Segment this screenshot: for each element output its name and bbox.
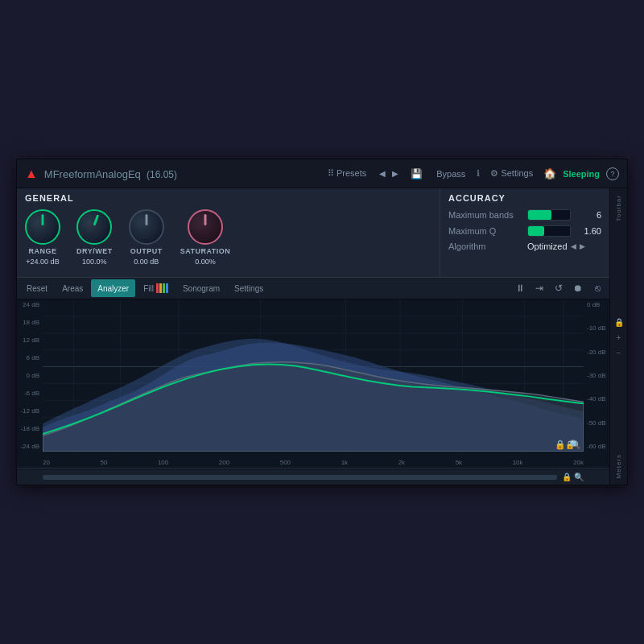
freq-zoom-bar: 🔒 🔍 bbox=[17, 469, 609, 485]
max-bands-label: Maximum bands bbox=[448, 210, 521, 220]
max-bands-bar bbox=[528, 210, 551, 220]
range-knob-group: RANGE +24.00 dB bbox=[25, 209, 60, 266]
drywet-knob-group: DRY/WET 100.0% bbox=[76, 209, 113, 266]
sleeping-label: Sleeping bbox=[563, 169, 600, 179]
output-label: OUTPUT bbox=[130, 247, 163, 255]
lock-icon[interactable]: 🔒 bbox=[555, 440, 566, 450]
db-labels-left: 24 dB 18 dB 12 dB 6 dB 0 dB -6 dB -12 dB… bbox=[17, 299, 43, 452]
algorithm-nav: Optimized ◀ ▶ bbox=[527, 242, 585, 251]
freq-scrollbar[interactable] bbox=[43, 475, 557, 480]
algorithm-row: Algorithm Optimized ◀ ▶ bbox=[448, 242, 601, 251]
knobs-row: RANGE +24.00 dB DRY/WET 100.0% OUTPU bbox=[25, 209, 431, 272]
undo-button[interactable]: ↺ bbox=[550, 279, 568, 297]
max-q-value: 1.60 bbox=[577, 226, 601, 236]
plugin-title: MFreeformAnalogEq (16.05) bbox=[44, 167, 317, 180]
side-lock-icon[interactable]: 🔒 bbox=[613, 316, 625, 328]
save-preset-icon[interactable]: 💾 bbox=[407, 165, 425, 183]
eq-settings-button[interactable]: Settings bbox=[228, 279, 270, 297]
general-title: GENERAL bbox=[25, 193, 431, 203]
algorithm-next-button[interactable]: ▶ bbox=[580, 242, 585, 250]
prev-preset-button[interactable]: ◀ bbox=[377, 168, 388, 179]
side-zoom-out-icon[interactable]: − bbox=[615, 347, 623, 359]
general-section: GENERAL RANGE +24.00 dB DRY/WET 100.0% bbox=[17, 188, 440, 277]
accuracy-section: ACCURACY Maximum bands 6 Maximum Q bbox=[440, 188, 609, 277]
saturation-value: 0.00% bbox=[195, 258, 216, 266]
plugin-window: ▲ MFreeformAnalogEq (16.05) ⠿ Presets ◀ … bbox=[16, 159, 628, 485]
saturation-label: SATURATION bbox=[180, 247, 231, 255]
drywet-value: 100.0% bbox=[82, 258, 107, 266]
help-button[interactable]: ? bbox=[606, 167, 619, 180]
areas-button[interactable]: Areas bbox=[56, 279, 89, 297]
max-q-row: Maximum Q 1.60 bbox=[448, 225, 601, 237]
next-preset-button[interactable]: ▶ bbox=[390, 168, 401, 179]
settings-button[interactable]: ⚙ Settings bbox=[486, 167, 537, 180]
range-value: +24.00 dB bbox=[26, 258, 59, 266]
freq-lock-icon[interactable]: 🔒 bbox=[562, 473, 572, 481]
max-bands-row: Maximum bands 6 bbox=[448, 209, 601, 221]
home-icon[interactable]: 🏠 bbox=[543, 167, 556, 180]
presets-button[interactable]: ⠿ Presets bbox=[324, 167, 370, 180]
top-section: GENERAL RANGE +24.00 dB DRY/WET 100.0% bbox=[17, 188, 609, 277]
preset-nav: ◀ ▶ bbox=[377, 168, 401, 179]
output-value: 0.00 dB bbox=[134, 258, 159, 266]
output-knob[interactable] bbox=[129, 209, 164, 245]
algorithm-prev-button[interactable]: ◀ bbox=[571, 242, 576, 250]
info-icon[interactable]: ℹ bbox=[477, 168, 480, 179]
sonogram-button[interactable]: Sonogram bbox=[176, 279, 226, 297]
saturation-knob[interactable] bbox=[188, 209, 223, 245]
zoom-icon[interactable]: 🔍 bbox=[569, 440, 580, 450]
meters-side-label: Meters bbox=[615, 451, 622, 481]
eq-toolbar: Reset Areas Analyzer Fill Sonogram Setti… bbox=[17, 277, 609, 299]
max-q-bar bbox=[528, 226, 544, 236]
eq-controls: 🔒 🔍 bbox=[555, 440, 580, 450]
fill-colors bbox=[156, 283, 168, 293]
logo-icon: ▲ bbox=[25, 167, 38, 181]
saturation-knob-group: SATURATION 0.00% bbox=[180, 209, 231, 266]
reset-button[interactable]: Reset bbox=[20, 279, 54, 297]
zoom-controls: 🔒 🔍 bbox=[562, 473, 584, 481]
drywet-label: DRY/WET bbox=[76, 247, 113, 255]
accuracy-title: ACCURACY bbox=[448, 193, 601, 203]
max-q-bar-container[interactable] bbox=[527, 225, 571, 237]
freq-zoom-icon[interactable]: 🔍 bbox=[574, 473, 584, 481]
freq-labels: 20 50 100 200 500 1k 2k 5k 10k 20k bbox=[43, 459, 584, 466]
range-knob[interactable] bbox=[25, 209, 60, 245]
max-bands-value: 6 bbox=[577, 210, 601, 220]
plugin-main: GENERAL RANGE +24.00 dB DRY/WET 100.0% bbox=[17, 188, 609, 485]
max-bands-bar-container[interactable] bbox=[527, 209, 571, 221]
bypass-button[interactable]: Bypass bbox=[431, 167, 470, 180]
fit-button[interactable]: ⇥ bbox=[530, 279, 548, 297]
analyzer-button[interactable]: Analyzer bbox=[91, 279, 135, 297]
drywet-knob[interactable] bbox=[76, 209, 112, 245]
algorithm-value: Optimized bbox=[527, 242, 568, 251]
eq-display[interactable]: 24 dB 18 dB 12 dB 6 dB 0 dB -6 dB -12 dB… bbox=[17, 299, 609, 469]
accuracy-row: Maximum bands 6 Maximum Q bbox=[448, 209, 601, 251]
record-button[interactable]: ⏺ bbox=[569, 279, 587, 297]
pause-button[interactable]: ⏸ bbox=[511, 279, 529, 297]
range-label: RANGE bbox=[28, 247, 56, 255]
max-q-label: Maximum Q bbox=[448, 226, 521, 236]
fill-button[interactable]: Fill bbox=[137, 279, 175, 297]
export-button[interactable]: ⎋ bbox=[588, 279, 606, 297]
output-knob-group: OUTPUT 0.00 dB bbox=[129, 209, 164, 266]
side-panel: Toolbar 🔒 + − Meters bbox=[609, 188, 627, 485]
toolbar-side-label: Toolbar bbox=[615, 192, 622, 225]
eq-curve-svg: 🔒 🔍 bbox=[43, 299, 584, 452]
side-zoom-in-icon[interactable]: + bbox=[615, 332, 623, 344]
title-bar: ▲ MFreeformAnalogEq (16.05) ⠿ Presets ◀ … bbox=[17, 159, 627, 188]
algorithm-label: Algorithm bbox=[448, 242, 521, 251]
db-labels-right: 0 dB -10 dB -20 dB -30 dB -40 dB -50 dB … bbox=[584, 299, 609, 452]
plugin-body: GENERAL RANGE +24.00 dB DRY/WET 100.0% bbox=[17, 188, 627, 485]
